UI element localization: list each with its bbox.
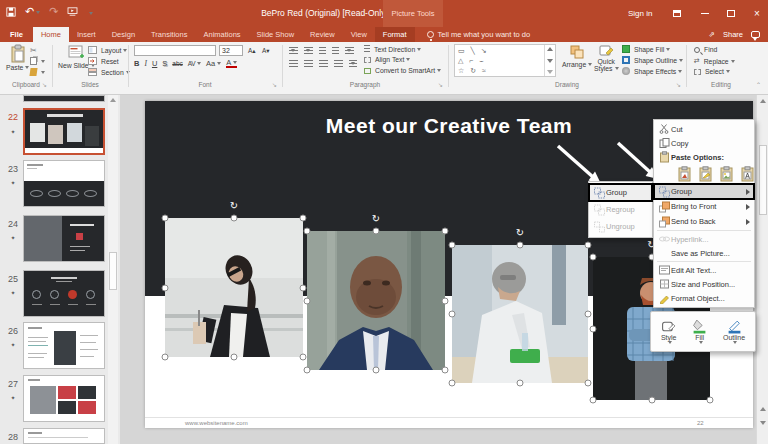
paste-keep-text-only-icon[interactable] <box>739 165 756 183</box>
selection-handle[interactable] <box>300 354 307 361</box>
character-spacing-button[interactable]: AV <box>188 60 201 67</box>
selection-handle[interactable] <box>304 297 311 304</box>
panel-scrollbar[interactable] <box>108 95 118 444</box>
align-left-icon[interactable] <box>289 60 298 68</box>
selection-handle[interactable] <box>304 228 311 235</box>
find-button[interactable]: Find <box>694 46 717 53</box>
shape-fill-button[interactable]: Shape Fill <box>622 45 670 53</box>
selection-handle[interactable] <box>590 397 597 404</box>
start-slideshow-icon[interactable] <box>67 7 78 16</box>
paragraph-dialog-launcher[interactable]: ↘ <box>438 81 443 88</box>
undo-icon[interactable]: ↶ <box>25 5 40 18</box>
align-text-button[interactable]: Align Text <box>364 56 410 63</box>
selection-handle[interactable] <box>517 380 524 387</box>
format-painter-button[interactable] <box>30 68 45 76</box>
tab-view[interactable]: View <box>343 27 375 42</box>
thumbnail-22[interactable] <box>23 108 105 155</box>
selection-handle[interactable] <box>585 380 592 387</box>
share-button[interactable]: Share <box>723 30 743 39</box>
menu-item-hyperlink[interactable]: Hyperlink... <box>654 232 754 246</box>
text-direction-button[interactable]: Text Direction <box>364 45 421 53</box>
menu-item-group[interactable]: Group <box>654 184 754 199</box>
selection-handle[interactable] <box>373 367 380 374</box>
rotate-handle-icon[interactable] <box>516 228 524 238</box>
decrease-indent-icon[interactable] <box>319 47 326 55</box>
paste-destination-theme-icon[interactable] <box>676 165 693 183</box>
sign-in-button[interactable]: Sign in <box>628 9 652 18</box>
comments-icon[interactable] <box>751 31 760 38</box>
scroll-thumb[interactable] <box>759 145 767 215</box>
menu-item-edit-alt-text[interactable]: Edit Alt Text... <box>654 263 754 277</box>
selection-handle[interactable] <box>707 397 714 404</box>
select-button[interactable]: Select <box>694 68 730 75</box>
panel-scroll-thumb[interactable] <box>109 252 117 290</box>
selection-handle[interactable] <box>304 367 311 374</box>
save-icon[interactable] <box>6 7 16 17</box>
selection-handle[interactable] <box>162 215 169 222</box>
selection-handle[interactable] <box>300 284 307 291</box>
convert-smartart-button[interactable]: Convert to SmartArt <box>364 67 441 74</box>
selection-handle[interactable] <box>162 284 169 291</box>
selection-handle[interactable] <box>442 297 449 304</box>
collapse-ribbon-icon[interactable]: ⌃ <box>756 81 761 88</box>
minimize-button[interactable] <box>692 0 718 27</box>
thumbnail-25[interactable] <box>23 270 105 317</box>
tab-home[interactable]: Home <box>33 27 69 42</box>
thumbnail-24[interactable] <box>23 215 105 262</box>
arrange-button[interactable]: Arrange <box>562 44 592 68</box>
font-name-input[interactable] <box>134 45 216 56</box>
tab-design[interactable]: Design <box>104 27 143 42</box>
photo-lab-man[interactable] <box>452 245 588 383</box>
thumbnail-23[interactable] <box>23 160 105 207</box>
italic-button[interactable]: I <box>144 59 147 68</box>
replace-button[interactable]: ⇄Replace <box>694 57 735 65</box>
strikethrough-button[interactable]: abc <box>172 60 182 67</box>
clipboard-dialog-launcher[interactable]: ↘ <box>42 81 47 88</box>
selection-handle[interactable] <box>231 354 238 361</box>
tab-transitions[interactable]: Transitions <box>143 27 195 42</box>
menu-item-bring-to-front[interactable]: Bring to Front <box>654 199 754 214</box>
numbering-icon[interactable] <box>304 47 313 55</box>
rotate-handle-icon[interactable] <box>372 214 380 224</box>
selection-handle[interactable] <box>590 325 597 332</box>
columns-icon[interactable] <box>349 60 357 68</box>
reset-button[interactable]: Reset <box>88 57 119 65</box>
selection-handle[interactable] <box>590 254 597 261</box>
tab-format[interactable]: Format <box>375 27 415 42</box>
tab-review[interactable]: Review <box>302 27 343 42</box>
menu-item-send-to-back[interactable]: Send to Back <box>654 214 754 229</box>
layout-button[interactable]: Layout <box>88 46 127 54</box>
photo-woman-with-drink[interactable] <box>165 218 303 357</box>
customize-qat-icon[interactable] <box>87 6 93 18</box>
font-color-button[interactable]: A <box>226 59 237 68</box>
text-shadow-button[interactable]: S <box>162 59 167 68</box>
font-size-input[interactable] <box>219 45 243 56</box>
thumbnail-26[interactable] <box>23 322 105 369</box>
photo-bald-man-suit[interactable] <box>307 231 445 370</box>
maximize-button[interactable] <box>718 0 744 27</box>
bullets-icon[interactable] <box>289 47 298 55</box>
menu-item-save-as-picture[interactable]: Save as Picture... <box>654 246 754 260</box>
shrink-font-button[interactable]: A▾ <box>262 47 270 55</box>
selection-handle[interactable] <box>373 228 380 235</box>
font-dialog-launcher[interactable]: ↘ <box>272 81 277 88</box>
bold-button[interactable]: B <box>134 59 139 68</box>
ribbon-display-options-icon[interactable] <box>664 0 690 27</box>
align-right-icon[interactable] <box>319 60 328 68</box>
redo-icon[interactable]: ↷ <box>49 5 58 18</box>
style-button[interactable]: Style <box>661 319 677 344</box>
selection-handle[interactable] <box>442 228 449 235</box>
submenu-item-ungroup[interactable]: Ungroup <box>589 218 652 235</box>
selection-handle[interactable] <box>442 367 449 374</box>
close-button[interactable]: × <box>744 0 768 27</box>
submenu-item-regroup[interactable]: Regroup <box>589 201 652 218</box>
submenu-item-group[interactable]: Group <box>589 184 652 201</box>
shape-outline-button[interactable]: Shape Outline <box>622 56 683 64</box>
change-case-button[interactable]: Aa <box>206 59 221 68</box>
previous-slide-icon[interactable] <box>757 403 768 415</box>
selection-handle[interactable] <box>517 242 524 249</box>
selection-handle[interactable] <box>449 380 456 387</box>
selection-handle[interactable] <box>585 311 592 318</box>
tell-me-box[interactable]: Tell me what you want to do <box>427 27 531 42</box>
paste-button[interactable]: Paste <box>6 44 29 71</box>
